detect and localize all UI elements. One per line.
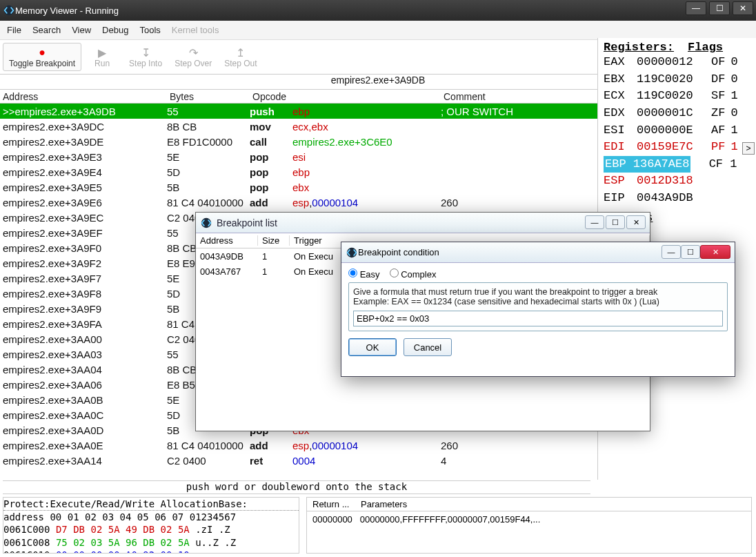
step-over-icon: ↷	[189, 46, 198, 59]
bp-close-button[interactable]: ✕	[626, 215, 646, 229]
register-row[interactable]: ESI0000000EAF1	[604, 122, 756, 139]
toggle-breakpoint-button[interactable]: ● Toggle Breakpoint	[3, 43, 81, 71]
step-into-button[interactable]: ↧ Step Into	[123, 43, 168, 71]
menu-kernel-tools[interactable]: Kernel tools	[172, 25, 219, 35]
main-titlebar: Memory Viewer - Running — ☐ ✕	[0, 0, 756, 21]
register-row[interactable]: EIP0043A9DB	[604, 190, 756, 207]
step-out-button[interactable]: ↥ Step Out	[218, 43, 263, 71]
app-icon	[346, 246, 358, 259]
close-button[interactable]: ✕	[733, 1, 753, 15]
cancel-button[interactable]: Cancel	[404, 338, 452, 356]
status-line: push word or doubleword onto the stack	[3, 480, 590, 494]
hex-row[interactable]: 0061C000 D7 DB 02 5A 49 DB 02 5A .zI .Z	[3, 523, 299, 536]
step-over-button[interactable]: ↷ Step Over	[168, 43, 218, 71]
svg-point-0	[4, 6, 14, 15]
register-row[interactable]: EAX00000012OF0	[604, 54, 756, 71]
menu-tools[interactable]: Tools	[139, 25, 160, 35]
cs-return: 00000000	[312, 514, 352, 525]
menu-file[interactable]: File	[7, 25, 21, 35]
register-row[interactable]: EBP 136A7AE8 CF 1	[604, 156, 756, 173]
cond-dialog-title: Breakpoint condition	[358, 247, 439, 257]
menu-view[interactable]: View	[72, 25, 91, 35]
bp-maximize-button[interactable]: ☐	[606, 215, 625, 229]
play-icon: ▶	[98, 46, 106, 59]
minimize-button[interactable]: —	[686, 1, 706, 15]
breakpoint-condition-dialog: Breakpoint condition — ☐ ✕ Easy Complex …	[341, 242, 735, 377]
cs-params: 00000000,FFFFFFFF,00000007,00159F44,...	[360, 514, 541, 525]
bp-minimize-button[interactable]: —	[585, 215, 604, 229]
ok-button[interactable]: OK	[348, 338, 397, 356]
cond-maximize-button[interactable]: ☐	[681, 245, 700, 259]
run-button[interactable]: ▶ Run	[81, 43, 123, 71]
register-row[interactable]: EDI00159E7CPF1	[604, 139, 756, 156]
cs-col-return[interactable]: Return ...	[307, 499, 355, 509]
menu-debug[interactable]: Debug	[102, 25, 128, 35]
window-buttons: — ☐ ✕	[686, 1, 753, 15]
bp-col-size[interactable]: Size	[258, 235, 290, 246]
step-into-icon: ↧	[141, 46, 150, 59]
record-icon: ●	[39, 46, 46, 59]
app-icon	[3, 4, 15, 17]
register-row[interactable]: EDX0000001CZF0	[604, 105, 756, 122]
hex-header: address 00 01 02 03 04 05 06 07 01234567	[3, 511, 299, 523]
cond-close-button[interactable]: ✕	[700, 245, 730, 259]
cond-minimize-button[interactable]: —	[662, 245, 681, 259]
register-row[interactable]: ESP0012D318	[604, 173, 756, 190]
condition-input[interactable]	[353, 311, 723, 326]
condition-box: Give a formula that must return true if …	[348, 282, 728, 331]
cond-hint2: Example: EAX == 0x1234 (case sensitive a…	[353, 297, 723, 306]
hex-row[interactable]: 0061C008 75 02 03 5A 96 DB 02 5A u..Z .Z	[3, 536, 299, 549]
col-opcode[interactable]: Opcode	[250, 91, 292, 102]
bp-col-address[interactable]: Address	[196, 235, 258, 246]
maximize-button[interactable]: ☐	[709, 1, 730, 15]
svg-point-1	[201, 217, 211, 227]
cond-hint1: Give a formula that must return true if …	[353, 287, 723, 297]
expand-registers-button[interactable]: >	[742, 142, 755, 155]
register-row[interactable]: ECX119C0020SF1	[604, 88, 756, 105]
step-out-icon: ↥	[236, 46, 245, 59]
complex-radio[interactable]: Complex	[390, 268, 437, 280]
flags-heading: Flags	[688, 41, 723, 54]
menu-search[interactable]: Search	[32, 25, 61, 35]
register-row[interactable]: EBX119C0020DF0	[604, 71, 756, 88]
col-bytes[interactable]: Bytes	[167, 91, 250, 102]
registers-heading: Registers:	[604, 41, 674, 54]
cond-dialog-titlebar[interactable]: Breakpoint condition — ☐ ✕	[341, 242, 735, 263]
bp-dialog-titlebar[interactable]: Breakpoint list — ☐ ✕	[196, 213, 650, 233]
svg-point-2	[347, 247, 357, 257]
window-title: Memory Viewer - Running	[15, 6, 119, 16]
col-address[interactable]: Address	[0, 91, 167, 102]
app-icon	[200, 217, 212, 229]
bp-dialog-title: Breakpoint list	[217, 217, 277, 228]
hex-protect: Protect:Execute/Read/Write AllocationBas…	[3, 498, 299, 511]
callstack-panel[interactable]: Return ... Parameters 00000000 00000000,…	[306, 497, 752, 554]
cs-col-params[interactable]: Parameters	[355, 499, 412, 509]
hex-dump[interactable]: Protect:Execute/Read/Write AllocationBas…	[3, 497, 299, 554]
hex-row[interactable]: 0061C010 00 00 00 00 A0 92 00 10 .......	[3, 549, 299, 554]
menubar: File Search View Debug Tools Kernel tool…	[0, 21, 756, 40]
easy-radio[interactable]: Easy	[348, 268, 380, 280]
